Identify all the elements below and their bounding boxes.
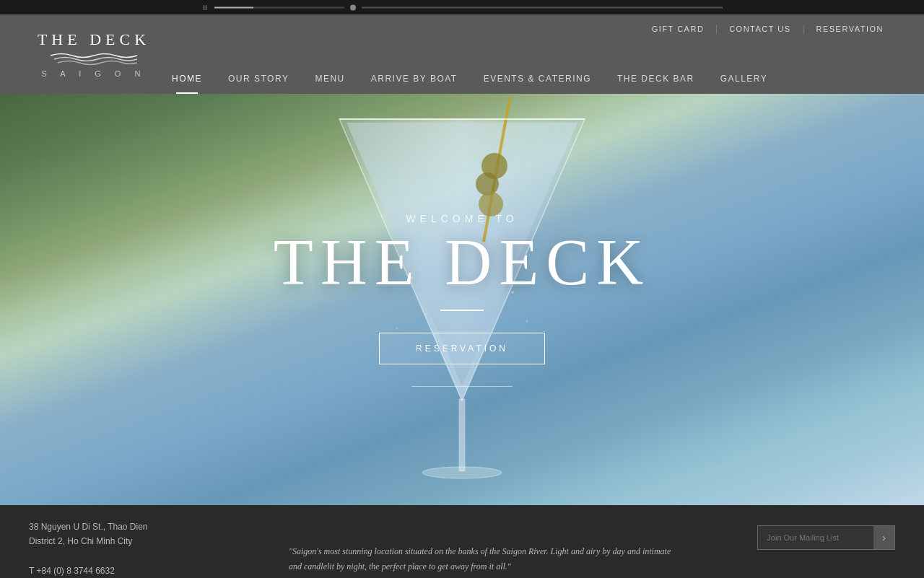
welcome-text: WELCOME TO — [274, 213, 650, 224]
mailing-list-input[interactable] — [758, 527, 873, 548]
nav-reservation-top[interactable]: RESERVATION — [804, 25, 895, 33]
main-nav: HOME OUR STORY MENU ARRIVE BY BOAT EVENT… — [159, 64, 895, 94]
nav-item-gallery[interactable]: GALLERY — [707, 64, 781, 94]
hero-divider — [440, 310, 484, 311]
mailing-list-submit[interactable]: › — [873, 526, 894, 549]
footer-phone: T +84 (0) 8 3744 6632 — [29, 564, 245, 578]
svg-rect-3 — [459, 399, 465, 471]
progress-bar — [214, 6, 344, 8]
nav-item-our-story[interactable]: OUR STORY — [215, 64, 302, 94]
top-bar: ⏸ — [0, 0, 924, 14]
top-right-nav: GIFT CARD | CONTACT US | RESERVATION — [640, 23, 895, 35]
logo-saigon-text: S A I G O N — [42, 69, 147, 78]
logo-area[interactable]: THE DECK S A I G O N — [29, 30, 159, 78]
mailing-list-box: › — [757, 525, 895, 550]
nav-item-the-deck-bar[interactable]: THE DECK BAR — [604, 64, 707, 94]
hero-bottom-line — [411, 386, 513, 387]
header: THE DECK S A I G O N GIFT CARD | CONTACT… — [0, 14, 924, 94]
phone-label: T — [29, 566, 34, 576]
footer-mailing: › — [722, 520, 895, 578]
svg-point-4 — [422, 467, 502, 478]
progress-fill — [214, 6, 253, 8]
footer-address2: District 2, Ho Chi Minh City — [29, 534, 245, 548]
hero-section: WELCOME TO THE DECK RESERVATION — [0, 94, 924, 505]
footer-address1: 38 Nguyen U Di St., Thao Dien — [29, 520, 245, 534]
hero-title: THE DECK — [274, 230, 650, 295]
footer: 38 Nguyen U Di St., Thao Dien District 2… — [0, 505, 924, 578]
logo-waves-icon — [43, 52, 144, 66]
footer-quote: "Saigon's most stunning location situate… — [274, 520, 693, 578]
progress-dot — [350, 4, 356, 10]
reservation-button[interactable]: RESERVATION — [379, 333, 545, 364]
svg-point-7 — [476, 172, 499, 196]
phone-number: +84 (0) 8 3744 6632 — [36, 566, 114, 576]
nav-contact-us[interactable]: CONTACT US — [718, 25, 803, 33]
nav-gift-card[interactable]: GIFT CARD — [640, 25, 716, 33]
nav-item-events-catering[interactable]: EVENTS & CATERING — [471, 64, 604, 94]
nav-item-home[interactable]: HOME — [159, 64, 215, 94]
hero-content: WELCOME TO THE DECK RESERVATION — [274, 213, 650, 387]
nav-item-menu[interactable]: MENU — [302, 64, 357, 94]
nav-item-arrive-by-boat[interactable]: ARRIVE BY BOAT — [358, 64, 471, 94]
progress-track — [362, 6, 723, 8]
footer-contact: 38 Nguyen U Di St., Thao Dien District 2… — [29, 520, 245, 578]
pause-icon[interactable]: ⏸ — [201, 4, 209, 12]
logo-text: THE DECK — [38, 30, 150, 49]
quote-text: "Saigon's most stunning location situate… — [289, 544, 679, 574]
